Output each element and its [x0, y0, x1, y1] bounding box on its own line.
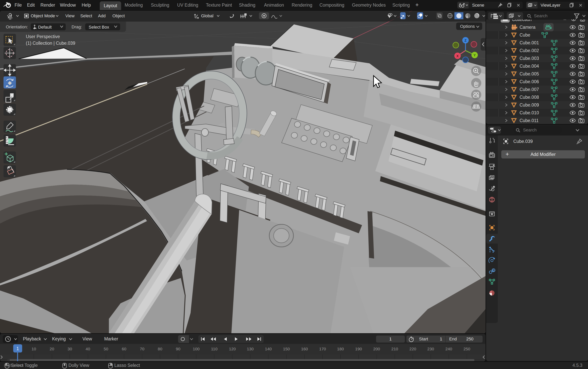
svg-text:20: 20 [50, 347, 54, 351]
svg-text:User Perspective: User Perspective [26, 34, 60, 39]
svg-text:220: 220 [409, 347, 416, 351]
svg-text:Z: Z [464, 39, 466, 42]
svg-text:Object Mode: Object Mode [31, 13, 55, 18]
svg-text:120: 120 [229, 347, 236, 351]
svg-text:Y: Y [474, 53, 476, 57]
svg-text:100: 100 [193, 347, 199, 351]
svg-text:Drag:: Drag: [72, 24, 82, 29]
svg-text:80: 80 [158, 347, 162, 351]
svg-text:130: 130 [247, 347, 254, 351]
svg-text:210: 210 [391, 347, 398, 351]
svg-text:Global: Global [201, 13, 214, 18]
svg-text:Object: Object [112, 13, 125, 18]
svg-text:10: 10 [31, 347, 36, 351]
svg-text:Default: Default [38, 25, 52, 30]
svg-text:60: 60 [122, 347, 126, 351]
svg-text:170: 170 [319, 347, 326, 351]
svg-text:240: 240 [445, 347, 452, 351]
svg-text:190: 190 [355, 347, 362, 351]
svg-text:Select Box: Select Box [89, 25, 109, 30]
svg-text:Options: Options [460, 24, 475, 29]
svg-text:50: 50 [104, 347, 108, 351]
svg-text:160: 160 [301, 347, 308, 351]
svg-text:1: 1 [17, 346, 19, 351]
svg-text:90: 90 [176, 347, 180, 351]
svg-text:180: 180 [337, 347, 344, 351]
svg-text:110: 110 [211, 347, 217, 351]
svg-text:(1) Collection | Cube.039: (1) Collection | Cube.039 [26, 41, 75, 46]
svg-text:Orientation:: Orientation: [6, 24, 28, 29]
svg-text:250: 250 [463, 347, 470, 351]
svg-text:Select: Select [80, 13, 92, 18]
svg-text:40: 40 [86, 347, 90, 351]
svg-text:30: 30 [67, 347, 72, 351]
svg-text:150: 150 [283, 347, 290, 351]
svg-text:View: View [65, 13, 74, 18]
svg-text:X: X [456, 54, 459, 58]
svg-text:Add: Add [98, 13, 106, 18]
svg-text:140: 140 [265, 347, 272, 351]
svg-text:230: 230 [427, 347, 434, 351]
svg-text:200: 200 [373, 347, 380, 351]
svg-text:70: 70 [140, 347, 144, 351]
